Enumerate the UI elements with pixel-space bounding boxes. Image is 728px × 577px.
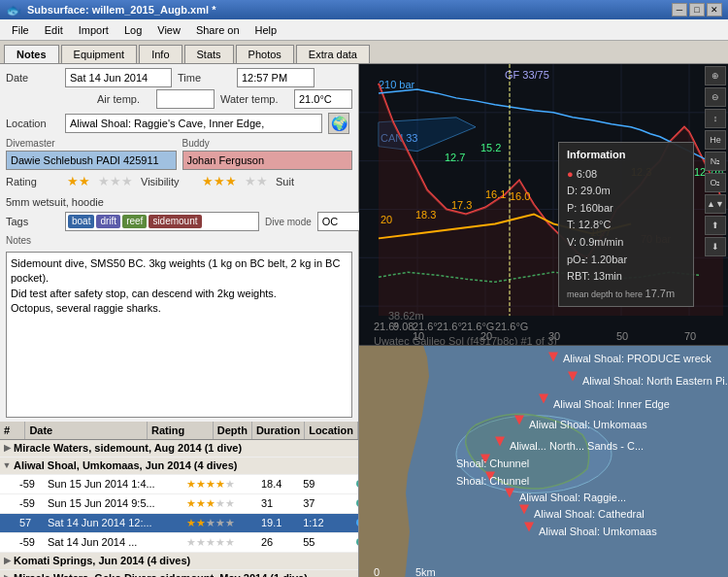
location-dot-4 (356, 538, 358, 546)
menu-import[interactable]: Import (71, 22, 116, 38)
profile-chart: 210 bar 70 bar GF 33/75 CAN 33 (359, 64, 728, 346)
dive-list: ▶ Miracle Waters, sidemount, Aug 2014 (1… (0, 440, 358, 578)
info-time: ● 6:08 (567, 166, 685, 184)
menu-view[interactable]: View (149, 22, 188, 38)
chart-btn-9[interactable]: ⬇ (705, 237, 726, 256)
col-header-rating: Rating (148, 422, 214, 439)
menu-log[interactable]: Log (116, 22, 149, 38)
buddy-input[interactable] (182, 151, 353, 170)
tags-row: Tags boat drift reef sidemount Dive mode… (0, 210, 358, 233)
rating-row: Rating ★★★★★ Visibility ★★★★★ Suit 5mm w… (0, 172, 358, 210)
svg-text:5km: 5km (415, 566, 436, 578)
chart-btn-1[interactable]: ⊕ (705, 66, 726, 85)
tag-drift[interactable]: drift (96, 215, 120, 228)
dive-duration-3: 1:12 (299, 515, 350, 530)
location-input[interactable] (65, 114, 322, 133)
svg-text:12.7: 12.7 (445, 152, 465, 163)
dive-rating-3: ★★★★★ (182, 515, 257, 531)
group-miracle-aug[interactable]: ▶ Miracle Waters, sidemount, Aug 2014 (1… (0, 440, 358, 458)
svg-text:16.1: 16.1 (485, 188, 506, 200)
list-header: # Date Rating Depth Duration Location (0, 422, 358, 440)
visibility-empty-stars: ★★ (245, 174, 268, 188)
menu-bar: File Edit Import Log View Share on Help (0, 19, 728, 41)
menu-shareon[interactable]: Share on (188, 22, 248, 38)
col-header-duration: Duration (252, 422, 305, 439)
minimize-button[interactable]: ─ (672, 3, 687, 17)
group-komati-jun[interactable]: ▶ Komati Springs, Jun 2014 (4 dives) (0, 553, 358, 570)
info-mean: mean depth to here 17.7m (567, 286, 685, 303)
col-header-date: Date (25, 422, 148, 439)
tab-stats[interactable]: Stats (184, 45, 234, 63)
tags-container[interactable]: boat drift reef sidemount (65, 212, 259, 231)
dive-row-3[interactable]: 57 Sat 14 Jun 2014 12:... ★★★★★ 19.1 1:1… (0, 514, 358, 533)
chart-btn-2[interactable]: ⊖ (705, 87, 726, 107)
chart-btn-3[interactable]: ↕ (705, 109, 726, 128)
tab-extradata[interactable]: Extra data (296, 45, 370, 63)
right-panel: 210 bar 70 bar GF 33/75 CAN 33 (359, 64, 728, 577)
menu-file[interactable]: File (4, 22, 37, 38)
location-dot-3 (356, 519, 358, 526)
tag-reef[interactable]: reef (122, 215, 147, 228)
info-depth: D: 29.0m (567, 183, 685, 200)
dive-rating-4: ★★★★★ (182, 534, 257, 551)
svg-text:17.3: 17.3 (451, 200, 472, 212)
watertemp-input[interactable] (294, 89, 352, 109)
left-panel: Date Time Air temp. Water temp. Location… (0, 64, 359, 577)
location-row: Location 🌍 (0, 111, 358, 136)
notes-text[interactable]: Sidemount dive, SMS50 BC. 3kg weights (1… (6, 252, 352, 418)
info-box: Information ● 6:08 D: 29.0m P: 160bar T:… (558, 142, 694, 307)
col-header-location: Location (305, 422, 358, 439)
airtemp-input[interactable] (156, 89, 215, 109)
dive-row-4[interactable]: -59 Sat 14 Jun 2014 ... ★★★★★ 26 55 Aliw… (0, 533, 358, 553)
tab-equipment[interactable]: Equipment (61, 45, 138, 63)
menu-help[interactable]: Help (248, 22, 285, 38)
svg-text:GF 33/75: GF 33/75 (505, 69, 549, 81)
globe-button[interactable]: 🌍 (328, 113, 349, 134)
info-temp: T: 12.8°C (567, 217, 685, 234)
dive-row-1[interactable]: -59 Sun 15 Jun 2014 1:4... ★★★★★ 18.4 59… (0, 475, 358, 494)
chart-btn-6[interactable]: O₂ (705, 173, 726, 192)
tab-notes[interactable]: Notes (4, 45, 59, 63)
tab-info[interactable]: Info (139, 45, 182, 63)
expand-arrow: ▶ (0, 443, 14, 453)
tag-boat[interactable]: boat (68, 215, 94, 228)
airtemp-label: Air temp. (97, 93, 150, 105)
group-miracle-geko-may[interactable]: ▶ Miracle Waters, Geko Divers sidemount,… (0, 570, 358, 578)
chart-btn-4[interactable]: He (705, 130, 726, 150)
svg-text:70: 70 (684, 330, 696, 342)
menu-edit[interactable]: Edit (37, 22, 71, 38)
group-label-4: Miracle Waters, Geko Divers sidemount, M… (14, 572, 308, 577)
chart-btn-8[interactable]: ⬆ (705, 216, 726, 235)
svg-text:Shoal: Chunnel: Shoal: Chunnel (456, 475, 529, 487)
dive-duration-4: 55 (299, 534, 350, 550)
tab-photos[interactable]: Photos (236, 45, 294, 63)
app-window: 🐟 Subsurface: willem_2015_Augb.xml * ─ □… (0, 0, 728, 577)
dive-depth-2: 31 (257, 495, 299, 511)
expand-arrow-2: ▼ (0, 460, 14, 470)
rating-stars[interactable]: ★★ (67, 174, 90, 188)
svg-text:Aliwal Shoal: North Eastern Pi: Aliwal Shoal: North Eastern Pi... (582, 375, 728, 387)
svg-text:Aliwal... North... Sands - C..: Aliwal... North... Sands - C... (510, 440, 644, 452)
group-aliwal-jun[interactable]: ▼ Aliwal Shoal, Umkomaas, Jun 2014 (4 di… (0, 458, 358, 475)
divemaster-input[interactable] (6, 151, 177, 170)
dive-num-1: -59 (16, 476, 44, 492)
dive-date-2: Sun 15 Jun 2014 9:5... (44, 495, 182, 511)
svg-text:21.6°G: 21.6°G (495, 321, 528, 332)
tag-sidemount[interactable]: sidemount (149, 215, 201, 228)
divemaster-group: Divemaster (6, 138, 177, 170)
svg-text:50: 50 (616, 330, 628, 342)
info-rbt: RBT: 13min (567, 268, 685, 286)
dive-row-2[interactable]: -59 Sun 15 Jun 2014 9:5... ★★★★★ 31 37 A… (0, 494, 358, 514)
time-input[interactable] (237, 68, 314, 87)
divemode-label: Dive mode (265, 217, 312, 227)
close-button[interactable]: ✕ (707, 3, 722, 17)
chart-btn-7[interactable]: ▲▼ (705, 194, 726, 214)
maximize-button[interactable]: □ (689, 3, 705, 17)
chart-btn-5[interactable]: N₂ (705, 152, 726, 171)
visibility-stars[interactable]: ★★★ (202, 174, 237, 188)
svg-text:18.3: 18.3 (415, 209, 436, 221)
group-label-3: Komati Springs, Jun 2014 (4 dives) (14, 555, 190, 566)
buddy-label: Buddy (182, 138, 353, 149)
location-dot-2 (356, 499, 358, 507)
date-input[interactable] (65, 68, 172, 87)
